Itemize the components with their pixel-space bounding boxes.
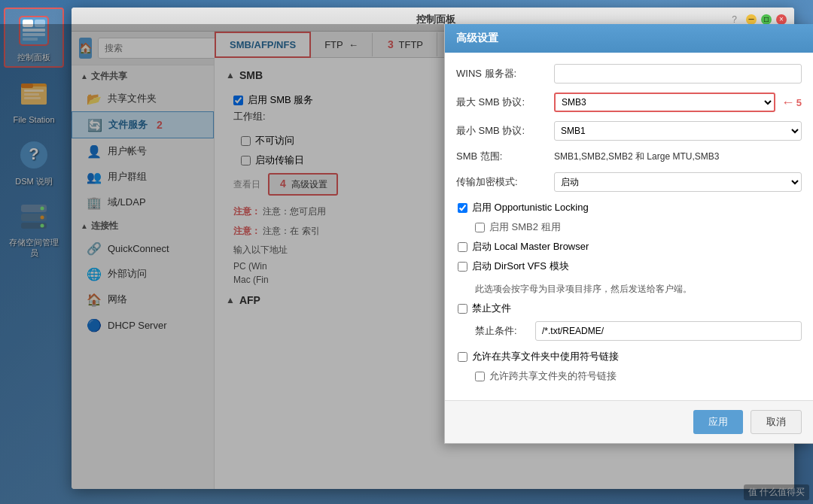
local-master-browser-row: 启动 Local Master Browser [456, 240, 802, 254]
apply-button[interactable]: 应用 [693, 410, 743, 434]
wins-label: WINS 服务器: [456, 67, 554, 80]
dialog-overlay: 高级设置 WINS 服务器: 最大 SMB 协议: SMB1 SMB2 SMB3 [0, 24, 813, 504]
dirsort-row: 启动 DirSort VFS 模块 [456, 260, 802, 273]
smb-range-value: SMB1,SMB2,SMB2 和 Large MTU,SMB3 [554, 150, 719, 163]
max-smb-label: 最大 SMB 协议: [456, 96, 554, 109]
wins-input[interactable] [554, 64, 802, 83]
smb2-lease-checkbox[interactable] [475, 223, 485, 232]
min-smb-label: 最小 SMB 协议: [456, 124, 554, 138]
disable-file-checkbox[interactable] [458, 304, 467, 314]
disable-condition-label: 禁止条件: [475, 324, 535, 338]
wins-row: WINS 服务器: [456, 64, 802, 83]
opportunistic-locking-checkbox[interactable] [458, 203, 467, 213]
allow-cross-symlink-row: 允许跨共享文件夹的符号链接 [456, 369, 802, 383]
dialog-body: WINS 服务器: 最大 SMB 协议: SMB1 SMB2 SMB3 ← 5 [445, 53, 813, 400]
smb-range-label: SMB 范围: [456, 150, 554, 163]
allow-cross-symlink-checkbox[interactable] [475, 372, 485, 381]
smb-range-row: SMB 范围: SMB1,SMB2,SMB2 和 Large MTU,SMB3 [456, 150, 802, 163]
max-smb-row: 最大 SMB 协议: SMB1 SMB2 SMB3 ← 5 [456, 93, 802, 112]
dirsort-checkbox[interactable] [458, 262, 467, 272]
allow-symlink-row: 允许在共享文件夹中使用符号链接 [456, 350, 802, 363]
transfer-encrypt-select[interactable]: 关闭 启动 强制 [554, 172, 802, 192]
annotation-5-arrow: ← [781, 95, 795, 111]
desktop: 控制面板 File Station ? [0, 0, 813, 504]
local-master-browser-checkbox[interactable] [458, 242, 467, 252]
transfer-encrypt-label: 传输加密模式: [456, 175, 554, 189]
minimize-button[interactable]: ─ [746, 14, 757, 25]
title-bar-controls: ? ─ □ × [732, 14, 787, 25]
max-smb-select[interactable]: SMB1 SMB2 SMB3 [554, 93, 775, 112]
close-button[interactable]: × [776, 14, 787, 25]
min-smb-row: 最小 SMB 协议: SMB1 SMB2 SMB3 [456, 121, 802, 141]
dialog-footer: 应用 取消 [445, 400, 813, 443]
disable-condition-input[interactable] [535, 321, 802, 341]
help-icon[interactable]: ? [732, 14, 737, 25]
disable-file-row: 禁止文件 [456, 302, 802, 315]
dialog-title: 高级设置 [445, 24, 813, 53]
dirsort-info: 此选项会按字母为目录项目排序，然后发送给客户端。 [456, 279, 802, 302]
min-smb-select[interactable]: SMB1 SMB2 SMB3 [554, 121, 802, 141]
disable-condition-row: 禁止条件: [456, 321, 802, 341]
cancel-button[interactable]: 取消 [751, 410, 802, 434]
transfer-encrypt-row: 传输加密模式: 关闭 启动 强制 [456, 172, 802, 192]
maximize-button[interactable]: □ [761, 14, 772, 25]
allow-symlink-checkbox[interactable] [458, 352, 467, 362]
advanced-settings-dialog: 高级设置 WINS 服务器: 最大 SMB 协议: SMB1 SMB2 SMB3 [444, 24, 813, 444]
smb2-lease-row: 启用 SMB2 租用 [456, 220, 802, 234]
opportunistic-locking-row: 启用 Opportunistic Locking [456, 201, 802, 214]
annotation-5: 5 [796, 97, 802, 108]
